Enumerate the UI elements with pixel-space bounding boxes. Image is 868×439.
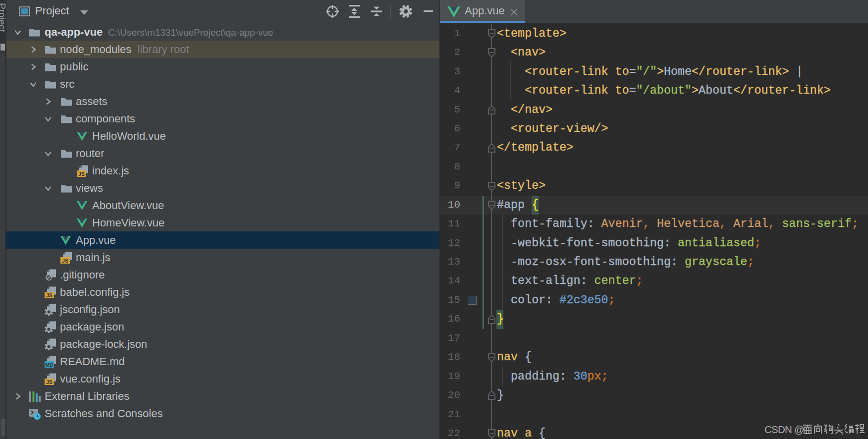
svg-text:JS: JS: [78, 171, 85, 177]
svg-text:MD: MD: [45, 362, 54, 368]
svg-text:JS: JS: [62, 258, 68, 264]
svg-text:JS: JS: [46, 292, 53, 298]
svg-text:JS: JS: [46, 379, 53, 385]
